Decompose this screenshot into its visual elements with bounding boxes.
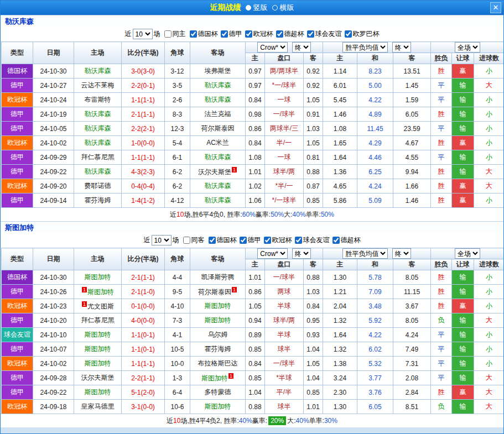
mean-draw-odds: 4.22 [357,93,393,107]
match-date: 24-10-20 [33,313,74,328]
league-filter-checkbox[interactable]: 德甲 [218,29,242,39]
mean-odds-select[interactable]: 胜平负均值 [342,248,388,259]
summary-segment: 20% [268,416,286,425]
league-filter-checkbox[interactable]: 欧冠杯 [261,236,292,245]
team-name: 皇家马德里 [81,402,115,410]
league-label: 德国杯 [198,29,218,39]
league-filter-group: 德国杯德甲欧冠杯球会友谊德超杯 [206,236,361,245]
radio-unselected-icon [272,5,278,11]
corners: 6-4 [165,385,190,400]
league-label: 德超杯 [284,29,304,39]
mean-odds-select[interactable]: 胜平负均值 [342,42,388,53]
summary-segment: 50% [271,211,284,218]
home-team: 云达不莱梅 [74,79,122,93]
home-team: 费耶诺德 [74,179,122,194]
league-checkbox-input[interactable] [190,30,197,38]
match-type-badge: 德甲 [2,385,33,400]
sub-mean-home: 主 [323,259,357,270]
full-match-select[interactable]: 全场 [455,42,480,53]
full-match-select[interactable]: 全场 [455,248,480,259]
same-venue-checkbox[interactable]: 同客 [180,236,205,245]
team-name: 斯图加特 [85,388,111,396]
team-name: 勒沃库森 [205,153,231,161]
league-label: 球会友谊 [303,236,330,245]
handicap-result: 输 [452,122,474,136]
same-venue-checkbox-input[interactable] [183,237,190,244]
match-type-badge: 德甲 [2,285,33,299]
full-match-group: 全场 [431,248,504,259]
mean-draw-odds: 3.76 [357,385,393,400]
result: 平 [431,371,452,385]
league-checkbox-input[interactable] [345,30,352,38]
mean-draw-odds: 3.48 [357,299,393,313]
league-checkbox-input[interactable] [332,237,340,244]
league-checkbox-input[interactable] [240,237,247,244]
odds-home: 0.98 [246,107,265,122]
league-filter-checkbox[interactable]: 欧罗巴杯 [342,29,380,39]
mean-home-odds: 1.30 [323,270,357,285]
odds-company-select[interactable]: Crow* [257,248,288,259]
mean-odds-final-select[interactable]: 终 [392,42,411,53]
goals-result: 小 [474,136,504,150]
score: 1-1(1-1) [122,93,165,107]
league-filter-checkbox[interactable]: 球会友谊 [292,236,330,245]
match-row: 欧冠杯24-09-18皇家马德里3-1(0-0)10-6斯图加特0.88球半1.… [2,400,504,414]
orientation-radio-vertical[interactable]: 竖版 [246,3,268,13]
league-filter-checkbox[interactable]: 德国杯 [187,29,218,39]
odds-company-select[interactable]: Crow* [257,42,288,53]
col-date: 日期 [33,42,74,64]
odds-home: 0.84 [246,357,265,371]
league-checkbox-input[interactable] [209,237,216,244]
sub-handicap: 盘口 [265,53,304,64]
orientation-radio-horizontal[interactable]: 横版 [272,3,294,13]
sub-odds-away: 客 [304,259,323,270]
league-label: 欧冠杯 [272,236,292,245]
mean-home-odds: 1.08 [323,122,357,136]
near-label: 近 [125,29,132,39]
odds-home: 1.01 [246,270,265,285]
same-venue-checkbox-input[interactable] [164,30,172,38]
odds-home: 1.04 [246,385,265,400]
odds-company-final-select[interactable]: 终 [292,42,311,53]
match-row: 欧冠杯24-10-231尤文图斯0-1(0-0)4-10斯图加特1.05半球0.… [2,299,504,313]
mean-draw-odds: 5.78 [357,270,393,285]
handicap-result: 输 [452,270,474,285]
home-team: 勒沃库森 [74,165,122,179]
handicap-result: 输 [452,342,474,357]
league-filter-checkbox[interactable]: 德超杯 [273,29,304,39]
mean-home-odds: 1.38 [323,357,357,371]
league-checkbox-input[interactable] [276,30,283,38]
league-checkbox-input[interactable] [307,30,314,38]
odds-home: 0.89 [246,328,265,342]
mean-away-odds: 9.94 [393,165,431,179]
home-team: 拜仁慕尼黑 [74,150,122,165]
league-checkbox-input[interactable] [295,237,302,244]
match-type-badge: 德甲 [2,313,33,328]
match-row: 德国杯24-10-30勒沃库森3-0(3-0)3-12埃弗斯堡0.97两/两球半… [2,64,504,79]
league-filter-checkbox[interactable]: 德甲 [237,236,261,245]
handicap: *半球 [265,371,304,385]
league-filter-checkbox[interactable]: 德超杯 [330,236,361,245]
mean-odds-final-select[interactable]: 终 [392,248,411,259]
summary-segment: 大: [287,416,295,426]
away-team: 乌尔姆 [190,328,246,342]
odds-company-final-select[interactable]: 终 [292,248,311,259]
odds-away: 1.05 [304,357,323,371]
team-name: 沃尔夫斯堡 [198,168,231,176]
league-checkbox-input[interactable] [245,30,252,38]
goals-result: 小 [474,342,504,357]
league-filter-checkbox[interactable]: 球会友谊 [304,29,342,39]
match-row: 德甲24-09-22勒沃库森4-3(2-3)6-2沃尔夫斯堡11.01球半/两0… [2,165,504,179]
same-venue-checkbox[interactable]: 同主 [162,29,186,39]
close-icon[interactable]: ✕ [490,2,501,13]
result: 胜 [431,64,452,79]
games-count-select[interactable]: 10 [133,29,153,39]
odds-away: 1.05 [304,136,323,150]
league-checkbox-input[interactable] [221,30,228,38]
league-checkbox-input[interactable] [264,237,271,244]
games-count-select[interactable]: 10 [152,235,172,245]
league-filter-checkbox[interactable]: 德国杯 [206,236,237,245]
league-filter-checkbox[interactable]: 欧冠杯 [242,29,273,39]
summary-segment: 赢率: [252,416,267,426]
header-group-row: 类型 日期 主场 比分(半场) 角球 客场 Crow* 终 胜平负均值 终 [2,248,504,259]
